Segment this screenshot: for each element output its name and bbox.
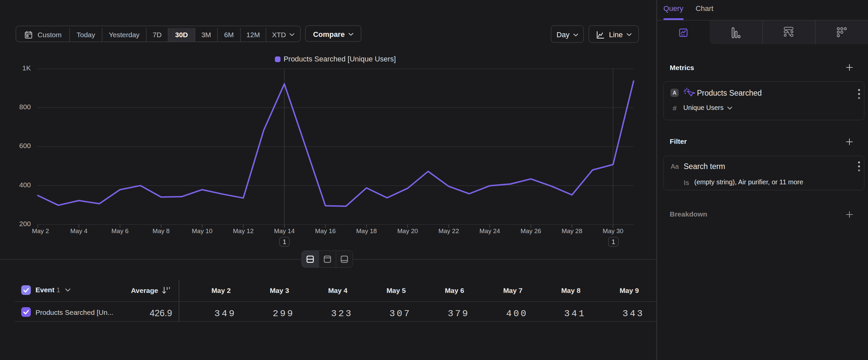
svg-text:1: 1 [611, 238, 615, 245]
svg-text:800: 800 [19, 103, 31, 111]
svg-text:May 8: May 8 [153, 227, 170, 234]
svg-text:May 12: May 12 [233, 227, 254, 234]
svg-text:May 22: May 22 [438, 227, 459, 234]
svg-text:1: 1 [282, 238, 286, 245]
svg-text:200: 200 [19, 220, 31, 227]
svg-text:May 4: May 4 [70, 227, 88, 234]
svg-text:May 10: May 10 [192, 227, 213, 234]
svg-text:May 24: May 24 [479, 227, 500, 234]
svg-text:600: 600 [19, 142, 31, 149]
svg-text:400: 400 [19, 181, 31, 189]
svg-text:May 16: May 16 [315, 227, 336, 234]
svg-text:May 14: May 14 [274, 227, 295, 234]
svg-text:May 28: May 28 [562, 227, 582, 234]
svg-text:May 2: May 2 [32, 227, 49, 234]
svg-text:May 6: May 6 [112, 227, 129, 234]
svg-text:May 26: May 26 [521, 227, 541, 234]
svg-text:May 20: May 20 [397, 227, 418, 234]
svg-text:May 18: May 18 [356, 227, 377, 234]
svg-text:May 30: May 30 [603, 227, 623, 234]
svg-text:1K: 1K [22, 64, 31, 72]
